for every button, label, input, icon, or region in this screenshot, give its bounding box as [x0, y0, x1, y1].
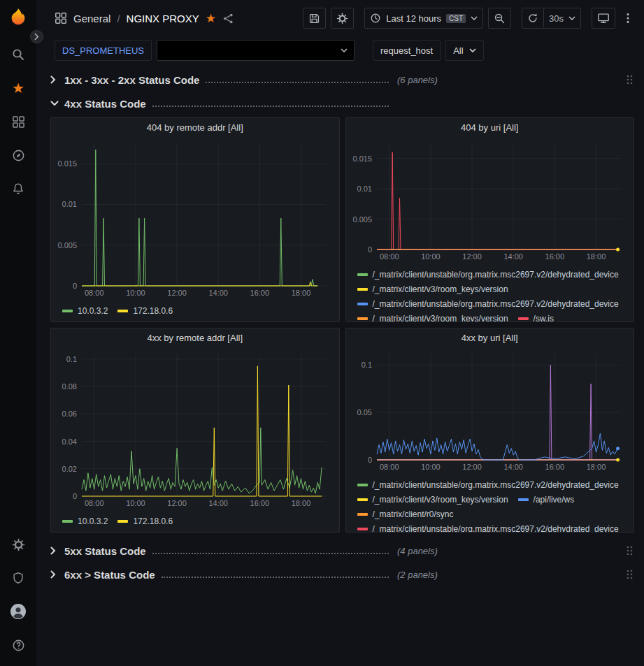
row-title: 4xx Status Code [64, 98, 146, 110]
svg-text:14:00: 14:00 [503, 463, 523, 471]
settings-gear-icon[interactable] [0, 528, 36, 561]
time-range-picker[interactable]: Last 12 hours CST [364, 8, 483, 29]
svg-text:0.04: 0.04 [62, 437, 77, 446]
grafana-logo[interactable] [8, 7, 29, 28]
dashboard-row-1xx-3xx-2xx[interactable]: 1xx - 3xx - 2xx Status Code (6 panels) [50, 70, 634, 89]
svg-text:18:00: 18:00 [586, 463, 606, 471]
dashboard-title[interactable]: NGINX PROXY [127, 13, 199, 24]
panels-grid: 404 by remote addr [All]08:0010:0012:001… [50, 117, 634, 533]
legend-label: /_matrix/client/v3/room_keys/version [373, 314, 508, 322]
panel: 4xx by uri [All]08:0010:0012:0014:0016:0… [345, 328, 635, 533]
legend-item[interactable]: /_matrix/client/unstable/org.matrix.msc2… [357, 521, 619, 532]
dashboards-icon[interactable] [0, 105, 36, 138]
user-avatar[interactable] [0, 595, 36, 628]
legend-item[interactable]: 172.18.0.6 [117, 303, 173, 318]
clock-icon [370, 13, 381, 24]
refresh-interval-value: 30s [549, 13, 564, 24]
row-drag-handle-icon[interactable] [626, 74, 634, 85]
save-dashboard-button[interactable] [303, 8, 326, 29]
svg-text:0: 0 [73, 282, 77, 290]
svg-text:0.08: 0.08 [62, 382, 77, 391]
legend-item[interactable]: 10.0.3.2 [62, 514, 108, 528]
breadcrumb: General / NGINX PROXY ★ [55, 12, 234, 24]
chevron-down-icon [50, 101, 64, 106]
dashboard-row-5xx[interactable]: 5xx Status Code (4 panels) [50, 541, 634, 560]
legend-item[interactable]: 172.18.0.6 [117, 514, 173, 528]
sidebar-expand-button[interactable] [30, 30, 43, 43]
zoom-out-button[interactable] [488, 8, 511, 29]
tv-mode-button[interactable] [592, 8, 615, 29]
row-title: 5xx Status Code [64, 545, 146, 557]
svg-text:12:00: 12:00 [167, 289, 187, 297]
svg-text:08:00: 08:00 [85, 499, 104, 507]
legend-swatch [357, 317, 368, 320]
share-icon[interactable] [222, 13, 234, 24]
save-icon [308, 13, 320, 24]
more-options-kebab-icon[interactable] [620, 12, 636, 24]
svg-text:0.1: 0.1 [66, 355, 77, 363]
admin-shield-icon[interactable] [0, 561, 36, 595]
starred-dashboards-icon[interactable]: ★ [0, 71, 36, 105]
dashboard-row-6xx[interactable]: 6xx > Status Code (2 panels) [50, 565, 634, 584]
time-series-plot[interactable]: 08:0010:0012:0014:0016:0018:0000.0050.01… [348, 136, 627, 262]
chevron-down-icon [471, 16, 478, 20]
legend-label: /_matrix/client/unstable/org.matrix.msc2… [373, 270, 619, 280]
breadcrumb-folder[interactable]: General [73, 13, 110, 24]
svg-text:0.005: 0.005 [352, 215, 372, 224]
svg-text:08:00: 08:00 [85, 289, 104, 297]
request-host-value-dropdown[interactable]: All [445, 40, 483, 61]
chart-area: 08:0010:0012:0014:0016:0018:0000.020.040… [51, 347, 339, 511]
legend-item[interactable]: /api/live/ws [518, 492, 575, 507]
legend-item[interactable]: /sw.js [518, 311, 554, 321]
panel-title[interactable]: 4xx by remote addr [All] [51, 328, 339, 347]
row-drag-handle-icon[interactable] [626, 545, 634, 556]
help-icon[interactable] [0, 628, 36, 662]
panel: 4xx by remote addr [All]08:0010:0012:001… [50, 328, 340, 533]
svg-text:0.05: 0.05 [357, 408, 371, 417]
legend-item[interactable]: /_matrix/client/v3/room_keys/version [357, 311, 508, 321]
refresh-interval-dropdown[interactable]: 30s [543, 8, 580, 28]
legend-item[interactable]: 10.0.3.2 [62, 303, 108, 318]
svg-text:12:00: 12:00 [462, 252, 482, 261]
legend-item[interactable]: /_matrix/client/unstable/org.matrix.msc2… [357, 477, 619, 492]
legend-item[interactable]: /_matrix/client/v3/room_keys/version [357, 282, 508, 296]
row-drag-handle-icon[interactable] [626, 569, 634, 580]
svg-text:18:00: 18:00 [586, 252, 606, 261]
alerting-bell-icon[interactable] [0, 172, 36, 205]
zoom-out-icon [494, 13, 506, 24]
favorite-star-icon[interactable]: ★ [206, 13, 216, 24]
panel-title[interactable]: 404 by uri [All] [346, 118, 634, 136]
legend-item[interactable]: /_matrix/client/unstable/org.matrix.msc2… [357, 296, 619, 311]
time-series-plot[interactable]: 08:0010:0012:0014:0016:0018:0000.020.040… [52, 347, 331, 509]
search-icon[interactable] [0, 38, 36, 71]
datasource-variable-label[interactable]: DS_PROMETHEUS [55, 40, 152, 61]
panel-title[interactable]: 4xx by uri [All] [346, 328, 634, 347]
svg-text:16:00: 16:00 [545, 463, 564, 471]
request-host-value-text: All [453, 45, 463, 56]
legend-item[interactable]: /_matrix/client/r0/sync [357, 507, 454, 521]
legend-item[interactable]: /_matrix/client/unstable/org.matrix.msc2… [357, 267, 619, 282]
legend-swatch [62, 310, 73, 312]
legend-item[interactable]: /_matrix/client/v3/room_keys/version [357, 492, 508, 507]
top-nav: General / NGINX PROXY ★ [36, 0, 644, 36]
legend-label: 172.18.0.6 [133, 516, 173, 526]
legend-swatch [518, 317, 529, 320]
svg-text:0.015: 0.015 [352, 154, 372, 163]
dashboard-settings-button[interactable] [331, 8, 354, 29]
refresh-controls: 30s [522, 8, 581, 29]
row-panel-count: (2 panels) [397, 570, 438, 580]
panel-title[interactable]: 404 by remote addr [All] [51, 118, 339, 136]
grafana-dashboard-app: { "colors": { "page_bg": "#111217", "pan… [0, 0, 644, 666]
time-series-plot[interactable]: 08:0010:0012:0014:0016:0018:0000.050.1 [348, 347, 627, 472]
time-series-plot[interactable]: 08:0010:0012:0014:0016:0018:0000.0050.01… [52, 136, 331, 298]
legend-label: /api/live/ws [534, 495, 575, 505]
panel-legend: 10.0.3.2172.18.0.6 [51, 511, 339, 532]
datasource-variable-value-dropdown[interactable] [157, 40, 355, 61]
svg-text:14:00: 14:00 [503, 252, 523, 261]
explore-compass-icon[interactable] [0, 138, 36, 172]
refresh-button[interactable] [522, 8, 543, 28]
star-icon: ★ [12, 81, 24, 95]
request-host-label-text: request_host [380, 45, 433, 56]
legend-label: /_matrix/client/v3/room_keys/version [373, 284, 508, 294]
dashboard-row-4xx[interactable]: 4xx Status Code [50, 94, 634, 113]
